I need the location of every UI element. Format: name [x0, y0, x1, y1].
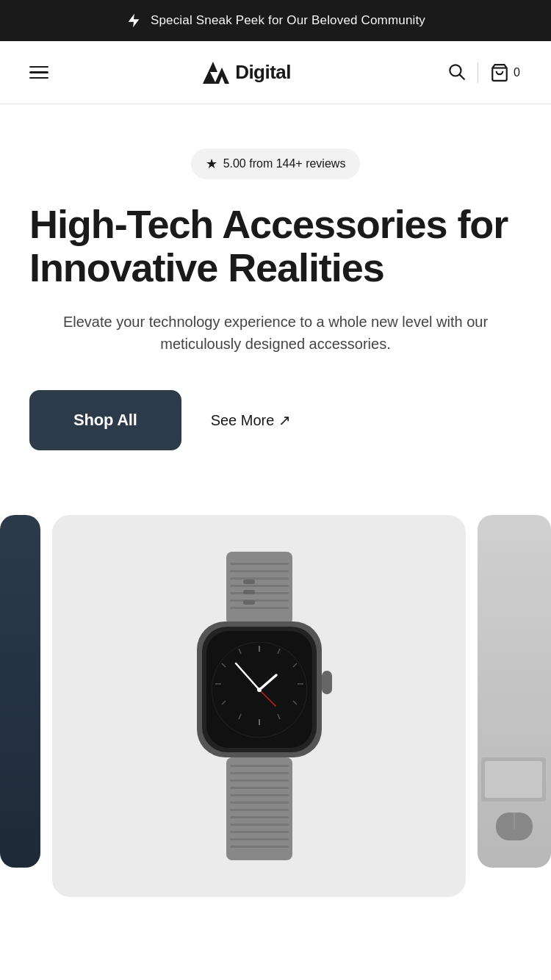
svg-rect-49	[230, 838, 289, 840]
svg-rect-37	[322, 671, 332, 694]
svg-rect-41	[230, 779, 289, 782]
svg-marker-0	[129, 14, 140, 27]
svg-rect-9	[230, 577, 289, 580]
see-more-button[interactable]: See More ↗	[211, 411, 291, 429]
right-product-preview	[478, 515, 551, 868]
cart-icon	[490, 63, 509, 82]
rating-text: 5.00 from 144+ reviews	[223, 157, 346, 170]
svg-rect-12	[230, 599, 289, 602]
header-divider	[478, 62, 478, 83]
product-card-center[interactable]	[52, 515, 466, 897]
product-card-right[interactable]	[478, 515, 551, 868]
svg-rect-15	[243, 590, 255, 594]
logo-text: Digital	[235, 61, 291, 84]
logo-link[interactable]: Digital	[203, 61, 291, 84]
svg-rect-43	[230, 794, 289, 796]
svg-rect-47	[230, 824, 289, 826]
hero-subtitle: Elevate your technology experience to a …	[29, 311, 522, 355]
cart-button[interactable]: 0	[486, 59, 525, 87]
svg-rect-10	[230, 585, 289, 587]
svg-rect-52	[485, 761, 542, 798]
svg-rect-40	[230, 772, 289, 774]
product-carousel	[0, 515, 551, 912]
shop-all-button[interactable]: Shop All	[29, 390, 181, 450]
left-product-preview	[0, 515, 40, 868]
svg-rect-50	[230, 846, 289, 848]
search-icon	[447, 62, 466, 81]
svg-line-4	[460, 75, 464, 79]
svg-marker-1	[203, 62, 217, 84]
announcement-bar: Special Sneak Peek for Our Beloved Commu…	[0, 0, 551, 41]
hero-title: High-Tech Accessories for Innovative Rea…	[29, 203, 522, 290]
rating-badge: ★ 5.00 from 144+ reviews	[191, 148, 361, 179]
svg-rect-39	[230, 765, 289, 767]
star-icon: ★	[206, 156, 217, 172]
svg-rect-44	[230, 801, 289, 804]
svg-rect-14	[243, 580, 255, 584]
watch-image	[52, 515, 466, 897]
svg-rect-16	[243, 600, 255, 605]
header: Digital 0	[0, 41, 551, 104]
announcement-text: Special Sneak Peek for Our Beloved Commu…	[151, 13, 425, 28]
svg-rect-7	[230, 563, 289, 565]
svg-point-36	[257, 688, 262, 692]
svg-rect-8	[230, 570, 289, 572]
svg-rect-48	[230, 831, 289, 833]
svg-rect-11	[230, 592, 289, 594]
svg-rect-13	[230, 607, 289, 609]
logo-icon	[203, 62, 229, 84]
header-actions: 0	[442, 57, 525, 87]
search-button[interactable]	[442, 57, 470, 87]
cart-count: 0	[514, 66, 520, 79]
cta-row: Shop All See More ↗	[29, 390, 522, 450]
lightning-icon	[126, 12, 142, 29]
svg-rect-46	[230, 816, 289, 818]
hero-section: ★ 5.00 from 144+ reviews High-Tech Acces…	[0, 104, 551, 515]
svg-rect-42	[230, 787, 289, 789]
svg-marker-2	[215, 68, 229, 84]
svg-rect-45	[230, 809, 289, 811]
hamburger-menu-button[interactable]	[26, 63, 51, 82]
product-card-left[interactable]	[0, 515, 40, 868]
